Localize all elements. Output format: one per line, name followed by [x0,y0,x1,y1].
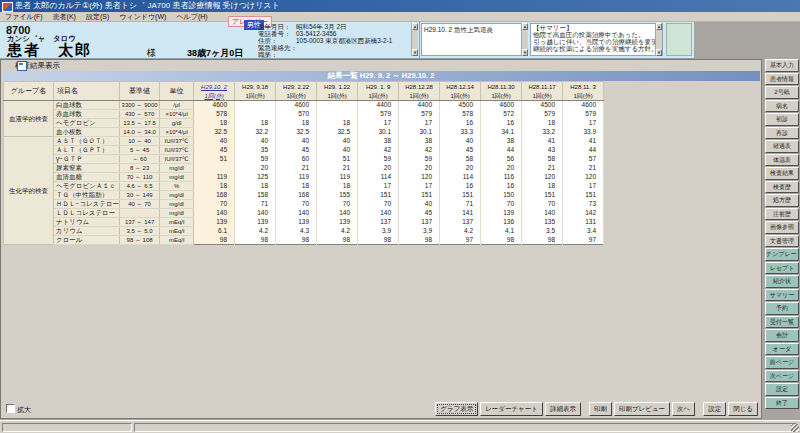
print-button[interactable]: 印刷 [589,402,612,416]
sidebar-button[interactable]: サマリー [765,289,799,302]
date-visit-count: 1回(外) [276,92,316,100]
date-visit-count: 1回(外) [317,92,357,100]
item-name: ＨＤＬ−コレステロー [54,200,120,209]
sidebar-button[interactable]: 次ページ [765,370,799,383]
result-value: 119 [194,173,235,182]
sidebar-button[interactable]: 初診 [765,113,799,126]
result-value: 70 [358,200,399,209]
result-value [194,164,235,173]
sidebar-button[interactable]: 注射歴 [765,208,799,221]
scroll-up-icon[interactable]: ▲ [656,23,662,30]
field-label: 緊急連絡先 [258,44,296,51]
menu-item[interactable]: 患者(K) [48,12,81,22]
sidebar-button[interactable]: 基本入力 [765,59,799,72]
column-header-date[interactable]: H29.10. 21回(外) [194,82,235,101]
sidebar-button[interactable]: レセプト [765,262,799,275]
resize-grip[interactable] [791,424,799,432]
result-value: 570 [276,110,317,119]
sidebar-button[interactable]: 再診 [765,127,799,140]
scroll-down-icon[interactable]: ▼ [412,49,418,56]
date-label: H29. 1.22 [317,83,357,92]
patient-name: 患者 太郎 [7,41,92,60]
result-value: 114 [358,173,399,182]
date-label: H28.12.14 [440,83,480,92]
disease-scrollbar[interactable]: ▲ ▼ [521,23,528,56]
sidebar-button[interactable]: 患者情報 [765,73,799,86]
sidebar-button[interactable]: 紹介状 [765,275,799,288]
sidebar-button[interactable]: 前ページ [765,356,799,369]
sidebar-button[interactable]: 画像参照 [765,221,799,234]
menu-item[interactable]: ウィンドウ(W) [114,12,171,22]
result-value: 139 [194,218,235,227]
table-row: ＡＬＴ（ＧＰＴ）5 ～ 45IU/l/37℃453545404242454443… [4,146,604,155]
column-header-date[interactable]: H29. 1. 91回(外) [358,82,399,101]
scroll-up-icon[interactable]: ▲ [522,23,528,30]
print-preview-button[interactable]: 印刷プレビュー [614,402,670,416]
zoom-checkbox[interactable]: 拡大 [6,404,31,414]
result-value: 155 [317,191,358,200]
result-value: 116 [481,173,522,182]
sidebar-button[interactable]: 文書管理 [765,235,799,248]
table-row: ＨＤＬ−コレステロー40 ～ 70mg/dl707170707040717070… [4,200,604,209]
result-value: 33.2 [522,128,563,137]
result-value: 59 [358,155,399,164]
column-header-date[interactable]: H28.12.281回(外) [399,82,440,101]
column-header-date[interactable]: H29. 2.221回(外) [276,82,317,101]
result-value: 17 [563,182,604,191]
next-button[interactable]: 次へ [672,402,695,416]
column-header-date[interactable]: H28.11. 31回(外) [563,82,604,101]
scroll-down-icon[interactable]: ▼ [522,49,528,56]
unit-label: /μl [160,101,194,110]
sidebar-button[interactable]: 設定 [765,383,799,396]
result-value: 21 [276,164,317,173]
sidebar-button[interactable]: 検査結果 [765,167,799,180]
radar-chart-button[interactable]: レーダーチャート [480,402,543,416]
result-value: 38 [358,137,399,146]
result-value: 97 [563,236,604,245]
sidebar-button[interactable]: 検査歴 [765,181,799,194]
sidebar-button[interactable]: 受付一覧 [765,316,799,329]
sidebar-button[interactable]: 体温表 [765,154,799,167]
settings-button[interactable]: 設定 [703,402,726,416]
sidebar-button[interactable]: 終了 [765,397,799,410]
result-value: 139 [481,209,522,218]
date-label: H29. 2.22 [276,83,316,92]
results-window: 検査結果表示 結果一覧 H29. 9. 2 ～ H29.10. 2 グループ名 … [0,59,762,419]
detail-button[interactable]: 詳細表示 [545,402,581,416]
result-value: 45 [399,209,440,218]
result-value: 150 [481,191,522,200]
result-value: 45 [276,146,317,155]
menu-item[interactable]: ヘルプ(H) [171,12,212,22]
sidebar-button[interactable]: 処方歴 [765,194,799,207]
item-name: クロール [54,236,120,245]
graph-button[interactable]: グラフ表示 [435,402,478,416]
item-name: γ−ＧＴＰ [54,155,120,164]
result-value: 98 [399,236,440,245]
column-header-date[interactable]: H28.11.171回(外) [522,82,563,101]
sidebar-button[interactable]: 経過表 [765,140,799,153]
column-header-date[interactable]: H29. 9.181回(外) [235,82,276,101]
sidebar-button[interactable]: オーダ [765,343,799,356]
sidebar-button[interactable]: 予約 [765,302,799,315]
result-value: 4500 [522,101,563,110]
summary-scrollbar[interactable]: ▲ ▼ [655,23,662,56]
sidebar-button[interactable]: 2号紙 [765,86,799,99]
column-header-date[interactable]: H28.11.301回(外) [481,82,522,101]
fields-scrollbar[interactable]: ▲ ▼ [411,23,418,56]
column-header-date[interactable]: H29. 1.221回(外) [317,82,358,101]
close-button[interactable]: 閉じる [728,402,758,416]
disease-entry[interactable]: H29.10. 2 急性上気道炎 [422,24,527,33]
menu-item[interactable]: 設定(S) [81,12,114,22]
sidebar-button[interactable]: 会計 [765,329,799,342]
menu-item[interactable]: ファイル(F) [0,12,48,22]
date-label: H28.11. 3 [563,83,603,92]
sidebar-button[interactable]: テンプレート [765,248,799,261]
sidebar-button[interactable]: 病名 [765,100,799,113]
column-header-date[interactable]: H28.12.141回(外) [440,82,481,101]
scroll-up-icon[interactable]: ▲ [412,23,418,30]
result-value: 579 [522,110,563,119]
field-label: 職業 [258,51,296,58]
checkbox-icon[interactable] [6,404,15,413]
scroll-down-icon[interactable]: ▼ [656,49,662,56]
table-row: 生化学的検査ＡＳＴ（ＧＯＴ）10 ～ 40IU/l/37℃40404040383… [4,137,604,146]
